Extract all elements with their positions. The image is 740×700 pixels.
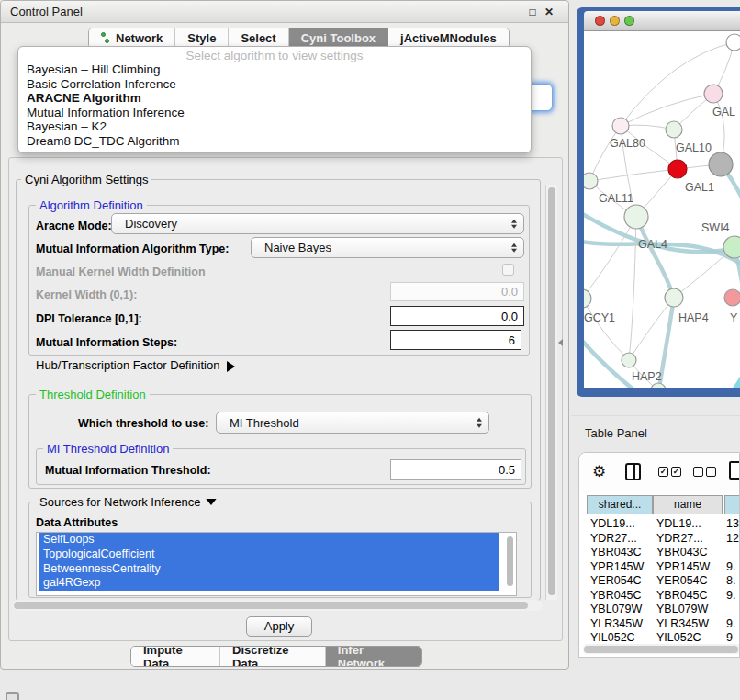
mi-threshold-input[interactable]: 0.5 bbox=[390, 459, 521, 480]
aracne-mode-select[interactable]: Discovery bbox=[111, 213, 524, 234]
hub-definition-toggle[interactable]: Hub/Transcription Factor Definition bbox=[36, 358, 235, 372]
partial-corner-button[interactable] bbox=[6, 692, 19, 700]
network-node-gal4[interactable] bbox=[624, 205, 648, 229]
node-label: GAL1 bbox=[685, 181, 714, 194]
settings-horizontal-scrollbar[interactable] bbox=[12, 600, 543, 611]
mi-algorithm-type-label: Mutual Information Algorithm Type: bbox=[36, 243, 229, 255]
scrollbar-thumb[interactable] bbox=[548, 187, 555, 595]
table-cell: 12 bbox=[726, 532, 739, 547]
node-label: GCY1 bbox=[584, 311, 615, 324]
float-window-icon[interactable]: □ bbox=[525, 5, 540, 19]
network-node-gal11[interactable] bbox=[584, 173, 598, 189]
tab-cyni-toolbox[interactable]: Cyni Toolbox bbox=[289, 28, 388, 48]
settings-vertical-scrollbar[interactable] bbox=[545, 185, 557, 600]
threshold-definition-title: Threshold Definition bbox=[36, 388, 150, 401]
tab-label: Impute Data bbox=[143, 646, 207, 667]
dropdown-item[interactable]: Dream8 DC_TDC Algorithm bbox=[18, 134, 531, 149]
network-node-gal[interactable] bbox=[704, 85, 723, 103]
checked-boxes-icon[interactable]: ✓✓ bbox=[658, 467, 681, 477]
network-node-gcy1[interactable] bbox=[584, 289, 591, 308]
scrollbar-thumb[interactable] bbox=[584, 646, 738, 653]
table-rows: YDL19...YDL19...13YDR27...YDR27...12YBR0… bbox=[579, 517, 739, 648]
list-scrollbar-thumb[interactable] bbox=[507, 536, 513, 586]
aracne-mode-label: Aracne Mode: bbox=[36, 220, 112, 232]
table-cell: 8. bbox=[726, 574, 735, 589]
mi-algorithm-type-select[interactable]: Naive Bayes bbox=[251, 237, 524, 258]
table-cell: YDL19... bbox=[590, 517, 635, 532]
attribute-item-selected[interactable]: BetweennessCentrality bbox=[39, 562, 499, 577]
tab-infer-network[interactable]: Infer Network bbox=[326, 647, 421, 666]
tab-impute-data[interactable]: Impute Data bbox=[131, 647, 220, 666]
network-node[interactable] bbox=[709, 152, 733, 176]
table-row[interactable]: YLR345WYLR345W9. bbox=[579, 617, 739, 632]
tab-select[interactable]: Select bbox=[229, 28, 288, 48]
table-horizontal-scrollbar[interactable] bbox=[583, 644, 740, 654]
attribute-item-selected[interactable]: TopologicalCoefficient bbox=[39, 548, 499, 562]
kernel-width-input[interactable]: 0.0 bbox=[390, 282, 524, 301]
table-column-header[interactable] bbox=[724, 495, 740, 514]
network-icon bbox=[101, 32, 111, 44]
panel-divider-grabber[interactable] bbox=[558, 339, 563, 346]
table-header-row: shared...name bbox=[579, 495, 739, 514]
tab-label: Network bbox=[116, 31, 163, 45]
network-node-y[interactable] bbox=[724, 289, 740, 306]
focused-combo-fragment[interactable] bbox=[530, 84, 553, 111]
minimize-traffic-light[interactable] bbox=[610, 16, 620, 26]
which-threshold-select[interactable]: MI Threshold bbox=[216, 412, 489, 434]
tab-network[interactable]: Network bbox=[89, 28, 175, 48]
table-cell: 9. bbox=[726, 589, 735, 604]
table-column-header[interactable]: name bbox=[653, 495, 723, 514]
dropdown-item[interactable]: Bayesian – K2 bbox=[18, 119, 531, 134]
manual-kernel-width-checkbox[interactable] bbox=[502, 264, 514, 276]
mi-steps-input[interactable]: 6 bbox=[390, 330, 521, 350]
network-node-hap2[interactable] bbox=[622, 353, 636, 367]
table-row[interactable]: YBR043CYBR043C bbox=[579, 546, 739, 560]
tab-jactivemnodules[interactable]: jActiveMNodules bbox=[388, 28, 509, 48]
table-row[interactable]: YDL19...YDL19...13 bbox=[579, 517, 739, 532]
tab-style[interactable]: Style bbox=[175, 28, 229, 48]
network-node[interactable] bbox=[726, 34, 740, 51]
table-row[interactable]: YBR045CYBR045C9. bbox=[579, 589, 739, 604]
sources-title[interactable]: Sources for Network Inference bbox=[36, 495, 221, 509]
table-row[interactable]: YER054CYER054C8. bbox=[579, 574, 739, 589]
table-row[interactable]: YBL079WYBL079W bbox=[579, 603, 739, 617]
network-node-swi4[interactable] bbox=[723, 236, 740, 258]
attribute-item-selected[interactable]: gal4RGexp bbox=[39, 576, 499, 591]
table-cell: YBL079W bbox=[590, 603, 642, 617]
algorithm-definition-title: Algorithm Definition bbox=[36, 198, 147, 212]
dropdown-item[interactable]: Bayesian – Hill Climbing bbox=[18, 62, 531, 77]
algorithm-dropdown: Select algorithm to view settingsBayesia… bbox=[17, 46, 532, 153]
dpi-tolerance-input[interactable]: 0.0 bbox=[390, 306, 524, 326]
columns-icon[interactable] bbox=[625, 463, 641, 480]
network-node-gal10[interactable] bbox=[666, 121, 682, 138]
network-window-titlebar[interactable] bbox=[584, 11, 740, 31]
dropdown-item[interactable]: Basic Correlation Inference bbox=[18, 77, 531, 92]
close-traffic-light[interactable] bbox=[595, 16, 605, 26]
close-window-icon[interactable]: ✕ bbox=[542, 5, 556, 19]
tab-discretize-data[interactable]: Discretize Data bbox=[220, 647, 326, 666]
node-label: GAL bbox=[712, 106, 735, 119]
dropdown-item[interactable]: ARACNE Algorithm bbox=[18, 91, 531, 106]
unchecked-boxes-icon[interactable] bbox=[693, 467, 716, 477]
network-node-gal1[interactable] bbox=[668, 160, 687, 178]
group-title-text: Threshold Definition bbox=[39, 388, 146, 401]
table-cell: 9. bbox=[726, 617, 735, 632]
data-attributes-list[interactable]: SelfLoopsTopologicalCoefficientBetweenne… bbox=[36, 532, 517, 596]
scrollbar-thumb[interactable] bbox=[14, 602, 528, 609]
combo-arrows-icon bbox=[511, 243, 517, 253]
table-row[interactable]: YDR27...YDR27...12 bbox=[579, 532, 739, 547]
attribute-item-selected[interactable]: SelfLoops bbox=[39, 533, 499, 548]
page-icon[interactable] bbox=[729, 461, 740, 480]
control-panel-title: Control Panel bbox=[10, 5, 83, 18]
table-row[interactable]: YPR145WYPR145W9. bbox=[579, 560, 739, 575]
zoom-traffic-light[interactable] bbox=[624, 16, 634, 26]
network-node[interactable] bbox=[651, 383, 666, 388]
apply-button[interactable]: Apply bbox=[246, 616, 312, 637]
network-node-hap4[interactable] bbox=[665, 288, 683, 307]
dropdown-item[interactable]: Mutual Information Inference bbox=[18, 106, 531, 120]
table-cell: YLR345W bbox=[656, 617, 709, 632]
gear-icon[interactable]: ⚙ bbox=[592, 462, 606, 481]
network-node-gal80[interactable] bbox=[612, 118, 629, 134]
table-column-header[interactable]: shared... bbox=[587, 495, 653, 514]
network-canvas[interactable]: GALGAL80GAL10GAL1GAL11GAL4SWI4GCY1HAP4YH… bbox=[584, 31, 740, 388]
